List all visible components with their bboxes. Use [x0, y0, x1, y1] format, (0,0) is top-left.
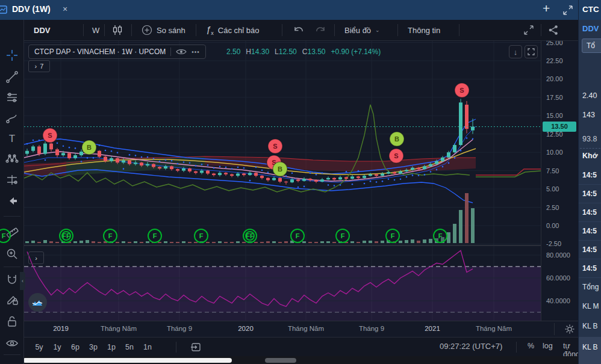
arrow-left-icon[interactable]: [4, 193, 20, 209]
indicator-pane-collapse-button[interactable]: ›: [28, 251, 44, 264]
price-axis[interactable]: 25.0022.5020.0017.5015.0012.5010.007.505…: [541, 41, 579, 321]
trade-time-row[interactable]: 14:5: [579, 241, 601, 259]
axis-settings-button[interactable]: [554, 323, 578, 335]
trade-time-row[interactable]: 14:5: [579, 166, 601, 185]
magnet-icon[interactable]: [4, 271, 20, 287]
trend-line-icon[interactable]: [4, 69, 20, 85]
price-tick-label: 0.00: [546, 222, 559, 229]
redo-icon: [314, 25, 326, 35]
event-flag[interactable]: F: [385, 229, 400, 243]
clock-utc-label[interactable]: 09:27:22 (UTC+7): [440, 342, 502, 351]
info-button[interactable]: Thông tin: [408, 20, 440, 40]
candlestick-style-icon: [112, 25, 123, 35]
trash-icon[interactable]: [4, 360, 20, 364]
symbol-legend[interactable]: CTCP DAP - VINACHEM · 1W · UPCOM •••: [28, 45, 206, 59]
time-axis[interactable]: 2019Tháng NămTháng 92020Tháng NămTháng 9…: [24, 321, 579, 337]
event-flag[interactable]: FF: [59, 229, 73, 243]
brush-icon[interactable]: [4, 110, 20, 126]
share-icon: [548, 25, 559, 35]
interval-button[interactable]: W: [92, 20, 99, 40]
time-tick-label: Tháng Năm: [288, 325, 324, 332]
xabcd-pattern-icon[interactable]: [4, 151, 20, 167]
indicators-button[interactable]: ƒx Các chỉ báo: [206, 20, 260, 40]
scroll-to-recent-button[interactable]: ↓: [509, 45, 522, 58]
trade-time-row[interactable]: 14:5: [579, 222, 601, 241]
time-tick-label: 2021: [425, 325, 440, 332]
sell-signal-badge[interactable]: S: [459, 87, 464, 94]
buy-signal-badge[interactable]: B: [87, 144, 92, 151]
range-button-1y[interactable]: 1y: [49, 341, 65, 353]
range-button-1n[interactable]: 1n: [140, 341, 155, 353]
crosshair-icon[interactable]: [4, 48, 20, 63]
event-flag[interactable]: F: [335, 229, 350, 243]
event-flag[interactable]: F: [433, 229, 447, 243]
percent-scale-button[interactable]: %: [528, 342, 534, 350]
redo-button[interactable]: [314, 20, 326, 40]
chart-tab-title[interactable]: DDV (1W): [12, 4, 51, 14]
trade-time-row[interactable]: 14:5: [579, 259, 601, 278]
panel-footer-row[interactable]: KL B: [579, 337, 601, 364]
fullscreen-button[interactable]: [523, 20, 535, 40]
eye-visibility-icon[interactable]: [176, 48, 187, 55]
total-row-label: Tổng: [582, 283, 599, 291]
undo-button[interactable]: [293, 20, 305, 40]
fib-tools-icon[interactable]: [4, 90, 20, 105]
matched-orders-section-label: Khớ: [582, 152, 598, 160]
future-cloud-red: [476, 169, 541, 175]
sell-signal-badge[interactable]: S: [48, 132, 52, 139]
sell-signal-badge[interactable]: S: [394, 152, 398, 159]
buy-signal-badge[interactable]: B: [394, 135, 399, 143]
add-chart-icon[interactable]: +: [543, 1, 550, 16]
future-cloud-green: [476, 171, 541, 177]
chart-style-button[interactable]: [112, 20, 123, 40]
scrollbar-thumb-secondary[interactable]: [265, 358, 296, 363]
legend-more-icon[interactable]: •••: [192, 49, 200, 55]
indicators-collapse-button[interactable]: ›7: [28, 60, 50, 72]
range-button-6p[interactable]: 6p: [67, 341, 83, 353]
indicator-tick-label: 80.0000: [546, 251, 570, 259]
trade-time-row[interactable]: 14:5: [579, 185, 601, 203]
time-tick-label: Tháng Năm: [101, 325, 137, 332]
go-to-date-button[interactable]: [188, 341, 204, 353]
sidebar-collapse-handle[interactable]: ‹: [20, 272, 25, 290]
event-flag[interactable]: F: [103, 229, 117, 243]
sell-volume-row-label: KL B: [582, 322, 598, 330]
symbol-search-button[interactable]: DDV: [34, 20, 50, 40]
price-tick-label: 7.50: [546, 167, 559, 174]
range-button-3p[interactable]: 3p: [86, 341, 101, 353]
event-flag[interactable]: F: [290, 229, 305, 243]
ticker-link[interactable]: DDV: [582, 24, 599, 33]
eye-icon[interactable]: [4, 335, 20, 351]
event-flag[interactable]: F: [148, 229, 162, 243]
stat-value: 93.8: [582, 135, 597, 143]
edit-lock-icon[interactable]: [4, 292, 20, 307]
price-tick-label: 5.00: [546, 185, 559, 193]
maximize-pane-button[interactable]: [525, 45, 538, 58]
range-button-1p[interactable]: 1p: [104, 341, 119, 353]
buy-signal-badge[interactable]: B: [278, 165, 282, 173]
log-scale-button[interactable]: log: [543, 342, 553, 350]
chart-layout-menu[interactable]: Biểu đồ⌄: [344, 20, 380, 40]
time-tick-label: Tháng Năm: [476, 325, 512, 332]
lock-icon[interactable]: [4, 313, 20, 329]
share-button[interactable]: [548, 20, 559, 40]
trade-time-row[interactable]: 14:5: [579, 203, 601, 222]
tab-close-icon[interactable]: ×: [63, 4, 67, 14]
range-button-5n[interactable]: 5n: [122, 341, 137, 353]
price-tick-label: 22.50: [546, 57, 563, 64]
text-icon[interactable]: T: [4, 131, 20, 146]
forecast-icon[interactable]: [4, 172, 20, 188]
zoom-in-icon[interactable]: [4, 246, 20, 262]
sell-signal-badge[interactable]: S: [273, 143, 277, 150]
scrollbar-thumb[interactable]: [23, 358, 232, 363]
compare-button[interactable]: So sánh: [142, 20, 185, 40]
overview-tab[interactable]: Tổ: [582, 39, 601, 53]
ohlc-readout: 2.50H14.30L12.50C13.50+0.90 (+7.14%): [226, 45, 381, 59]
event-flag[interactable]: F: [194, 229, 208, 243]
ohlc-token: H14.30: [246, 48, 269, 56]
event-flag[interactable]: FF: [243, 229, 257, 243]
window-tab-bar: DDV (1W) × +: [0, 0, 579, 20]
expand-window-icon[interactable]: [562, 5, 573, 16]
range-button-5y[interactable]: 5y: [31, 341, 47, 353]
ohlc-token: L12.50: [275, 48, 297, 56]
